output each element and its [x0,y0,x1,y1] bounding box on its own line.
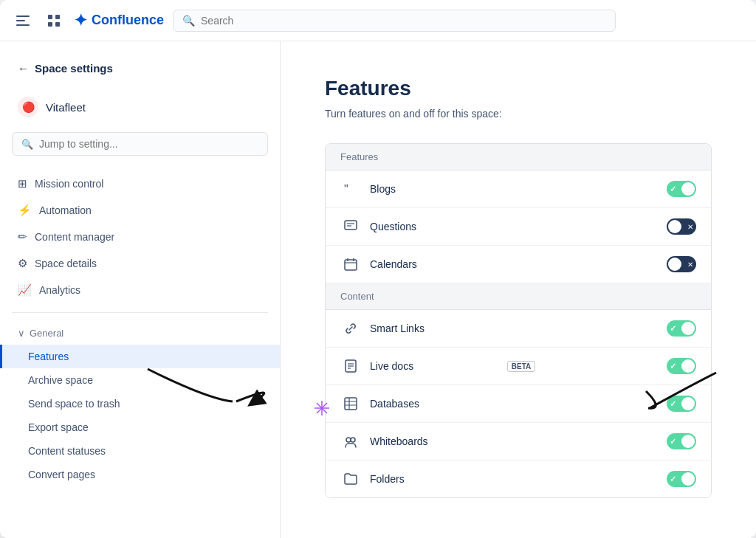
settings-search-input[interactable] [39,138,258,150]
sidebar-title: Space settings [35,62,113,75]
content-manager-icon: ✏ [18,230,27,244]
sidebar-sub-item-export-space[interactable]: Export space [0,415,280,439]
content-statuses-label: Content statuses [28,445,106,457]
space-avatar: 🔴 [18,97,38,117]
space-name-row: 🔴 Vitafleet [0,92,280,132]
sidebar-item-content-manager[interactable]: ✏ Content manager [0,224,280,250]
questions-toggle[interactable] [667,218,696,235]
search-icon: 🔍 [182,15,195,27]
page-subtitle: Turn features on and off for this space: [325,108,712,120]
logo-area: ✦ Confluence [74,11,164,30]
svg-rect-2 [16,24,30,26]
back-to-space-settings[interactable]: ← Space settings [0,56,280,80]
sidebar-item-mission-control[interactable]: ⊞ Mission control [0,170,280,197]
sidebar-sub-item-content-statuses[interactable]: Content statuses [0,439,280,463]
sidebar-label: Automation [39,204,92,216]
sidebar-item-automation[interactable]: ⚡ Automation [0,197,280,224]
analytics-icon: 📈 [18,283,32,297]
sidebar-sub-item-archive-space[interactable]: Archive space [0,368,280,392]
general-section-header[interactable]: ∨ General [0,322,280,345]
svg-rect-19 [345,398,357,410]
svg-rect-11 [345,260,357,270]
folders-label: Folders [370,473,667,485]
blogs-toggle[interactable] [667,181,696,197]
smart-links-icon [340,322,361,335]
back-arrow-icon: ← [18,62,29,75]
space-details-icon: ⚙ [18,257,27,270]
app-name: Confluence [92,13,164,28]
live-docs-label: Live docs [370,360,501,372]
sidebar-label: Space details [35,258,97,269]
blogs-icon: " [340,183,361,195]
questions-icon [340,220,361,233]
sidebar-item-analytics[interactable]: 📈 Analytics [0,277,280,303]
chevron-down-icon: ∨ [18,328,25,339]
calendars-icon [340,258,361,271]
app-wrapper: ✦ Confluence 🔍 ← Space settings 🔴 Vitafl… [0,0,756,538]
smart-links-label: Smart Links [370,323,667,334]
grid-menu-button[interactable] [43,10,65,32]
blogs-label: Blogs [370,183,667,195]
whiteboards-icon [340,435,361,448]
feature-row-folders: Folders [326,461,711,497]
sidebar-label: Content manager [35,231,114,243]
settings-search-icon: 🔍 [21,139,33,150]
top-nav: ✦ Confluence 🔍 [0,0,756,41]
sidebar: ← Space settings 🔴 Vitafleet 🔍 ⊞ Mission… [0,41,281,538]
settings-search-bar[interactable]: 🔍 [12,132,268,156]
svg-text:": " [344,183,348,195]
live-docs-beta-badge: BETA [507,361,535,372]
folders-toggle[interactable] [667,471,696,487]
live-docs-toggle[interactable] [667,358,696,374]
sidebar-toggle-button[interactable] [12,10,34,32]
features-label: Features [28,351,69,362]
svg-point-24 [351,438,355,442]
send-to-trash-label: Send space to trash [28,398,120,410]
sidebar-item-space-details[interactable]: ⚙ Space details [0,250,280,277]
calendars-toggle[interactable] [667,256,696,272]
databases-label: Databases [370,398,667,410]
svg-rect-8 [345,221,357,230]
sidebar-divider [12,312,268,313]
svg-rect-4 [55,15,60,19]
databases-icon [340,397,361,410]
svg-point-23 [346,438,351,442]
mission-control-icon: ⊞ [18,177,27,190]
feature-row-questions: Questions [326,208,711,246]
svg-rect-3 [48,15,52,19]
folders-icon [340,473,361,485]
svg-rect-6 [55,22,60,27]
automation-icon: ⚡ [18,204,32,217]
databases-toggle[interactable] [667,396,696,412]
feature-row-smart-links: Smart Links [326,310,711,348]
nav-items-list: ⊞ Mission control ⚡ Automation ✏ Content… [0,170,280,303]
main-content: ← Space settings 🔴 Vitafleet 🔍 ⊞ Mission… [0,41,756,538]
questions-label: Questions [370,221,667,232]
feature-row-whiteboards: Whiteboards [326,423,711,461]
content-section-label: Content [326,283,711,310]
confluence-logo-icon: ✦ [74,11,87,30]
calendars-label: Calendars [370,258,667,270]
svg-rect-5 [48,22,52,27]
feature-row-blogs: " Blogs [326,170,711,208]
sidebar-sub-item-features[interactable]: Features [0,345,280,368]
sidebar-sub-item-convert-pages[interactable]: Convert pages [0,463,280,486]
sidebar-sub-item-send-to-trash[interactable]: Send space to trash [0,392,280,415]
smart-links-toggle[interactable] [667,320,696,337]
whiteboards-toggle[interactable] [667,433,696,449]
feature-row-databases: Databases [326,385,711,423]
sidebar-label: Analytics [39,284,80,296]
page-title: Features [325,77,712,100]
feature-row-calendars: Calendars [326,246,711,283]
feature-row-live-docs: Live docs BETA [326,348,711,385]
general-section-label: General [30,328,63,339]
svg-rect-1 [16,20,25,21]
features-section-label: Features [326,144,711,170]
global-search-bar[interactable]: 🔍 [173,10,616,32]
search-input[interactable] [201,15,606,27]
space-name: Vitafleet [46,101,86,114]
svg-rect-0 [16,15,30,17]
archive-space-label: Archive space [28,374,93,386]
live-docs-icon [340,359,361,373]
content-area: Features Turn features on and off for th… [281,41,756,538]
